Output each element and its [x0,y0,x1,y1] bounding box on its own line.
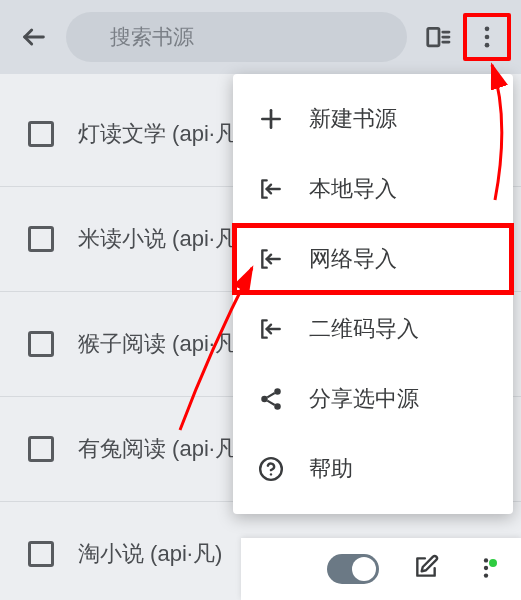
list-item-label: 淘小说 (api·凡) [78,539,222,569]
import-icon [255,313,287,345]
menu-item-help[interactable]: 帮助 [233,434,513,504]
svg-rect-1 [428,28,439,46]
list-item-label: 米读小说 (api·凡) [78,224,244,254]
checkbox-icon[interactable] [28,226,54,252]
import-icon [255,243,287,275]
topbar: 搜索书源 [0,0,521,74]
checkbox-icon[interactable] [28,121,54,147]
svg-point-14 [261,396,268,403]
svg-point-6 [485,35,490,40]
overflow-menu: 新建书源 本地导入 网络导入 二维码导入 分享选中源 帮助 [233,74,513,514]
menu-label: 二维码导入 [309,314,419,344]
svg-point-18 [484,558,488,562]
list-item-label: 猴子阅读 (api·凡) [78,329,244,359]
svg-point-15 [274,403,281,410]
svg-point-13 [274,388,281,395]
svg-point-7 [485,43,490,48]
plus-icon [255,103,287,135]
import-icon [255,173,287,205]
menu-label: 网络导入 [309,244,397,274]
menu-item-share[interactable]: 分享选中源 [233,364,513,434]
edit-icon[interactable] [413,554,439,584]
menu-item-new[interactable]: 新建书源 [233,84,513,154]
checkbox-icon[interactable] [28,541,54,567]
list-item-label: 有兔阅读 (api·凡) [78,434,244,464]
bottom-bar [241,538,521,600]
menu-label: 帮助 [309,454,353,484]
checkbox-icon[interactable] [28,436,54,462]
menu-label: 新建书源 [309,104,397,134]
svg-point-5 [485,27,490,32]
svg-point-20 [484,573,488,577]
search-input[interactable]: 搜索书源 [66,12,407,62]
toggle-switch[interactable] [327,554,379,584]
menu-item-web-import[interactable]: 网络导入 [233,224,513,294]
checkbox-icon[interactable] [28,331,54,357]
overflow-menu-button[interactable] [463,13,511,61]
svg-point-19 [484,566,488,570]
back-button[interactable] [10,13,58,61]
search-placeholder: 搜索书源 [110,23,194,51]
notification-dot-icon [489,559,497,567]
share-icon [255,383,287,415]
scan-icon[interactable] [415,13,463,61]
menu-label: 本地导入 [309,174,397,204]
menu-item-local-import[interactable]: 本地导入 [233,154,513,224]
menu-item-qr-import[interactable]: 二维码导入 [233,294,513,364]
menu-label: 分享选中源 [309,384,419,414]
help-icon [255,453,287,485]
more-icon[interactable] [473,555,501,583]
list-item-label: 灯读文学 (api·凡) [78,119,244,149]
